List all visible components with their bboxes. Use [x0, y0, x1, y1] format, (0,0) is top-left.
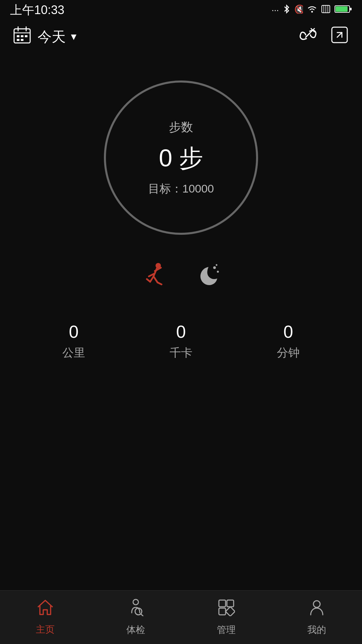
svg-text:🔇: 🔇 — [294, 4, 303, 14]
nav-manage[interactable]: 管理 — [181, 599, 272, 636]
nav-home-label: 主页 — [36, 623, 55, 636]
svg-point-34 — [133, 599, 138, 605]
svg-line-36 — [141, 614, 143, 616]
sim-icon — [321, 5, 330, 16]
today-label[interactable]: 今天 ▼ — [38, 28, 78, 46]
mine-icon — [308, 599, 325, 620]
link-icon[interactable] — [299, 26, 317, 48]
minutes-unit: 分钟 — [277, 345, 300, 361]
svg-rect-16 — [17, 39, 19, 41]
step-label: 步数 — [169, 119, 193, 136]
svg-rect-8 — [350, 8, 352, 10]
svg-rect-40 — [226, 606, 235, 616]
svg-line-28 — [158, 282, 162, 284]
step-target: 目标：10000 — [148, 181, 214, 197]
header: 今天 ▼ — [0, 20, 362, 54]
svg-rect-14 — [21, 35, 23, 37]
mute-icon: 🔇 — [294, 4, 303, 16]
bottom-nav: 主页 体检 管理 — [0, 590, 362, 644]
svg-rect-17 — [21, 39, 23, 41]
wifi-icon — [307, 5, 317, 16]
nav-mine-label: 我的 — [307, 624, 326, 636]
header-right — [299, 26, 349, 48]
svg-line-18 — [306, 33, 310, 37]
svg-point-1 — [311, 11, 313, 12]
svg-rect-15 — [25, 35, 27, 37]
share-icon[interactable] — [330, 26, 349, 48]
main-content: 步数 0 步 目标：10000 — [0, 54, 362, 374]
running-icon[interactable] — [141, 262, 168, 295]
distance-unit: 公里 — [62, 345, 85, 361]
stat-calories: 0 千卡 — [170, 322, 192, 361]
signal-icon: ··· — [272, 5, 279, 15]
manage-icon — [218, 599, 235, 620]
stats-row: 0 公里 0 千卡 0 分钟 — [0, 322, 362, 361]
step-circle: 步数 0 步 目标：10000 — [104, 80, 258, 235]
svg-line-29 — [150, 276, 154, 282]
calories-unit: 千卡 — [170, 345, 192, 361]
status-time: 上午10:33 — [10, 2, 64, 18]
svg-line-30 — [147, 279, 150, 282]
nav-mine[interactable]: 我的 — [272, 599, 362, 636]
minutes-value: 0 — [284, 322, 293, 342]
distance-value: 0 — [69, 322, 79, 342]
svg-rect-38 — [227, 600, 234, 607]
svg-rect-37 — [219, 600, 226, 607]
svg-point-31 — [213, 266, 216, 269]
svg-rect-13 — [17, 35, 19, 37]
calories-value: 0 — [176, 322, 186, 342]
svg-point-33 — [216, 264, 218, 266]
step-count: 0 步 — [159, 142, 203, 174]
stat-distance: 0 公里 — [62, 322, 85, 361]
nav-manage-label: 管理 — [217, 624, 236, 636]
svg-line-22 — [337, 33, 342, 37]
svg-point-41 — [313, 601, 320, 607]
svg-rect-39 — [219, 608, 226, 615]
bluetooth-icon — [283, 4, 290, 16]
nav-home[interactable]: 主页 — [0, 599, 90, 636]
svg-rect-7 — [336, 6, 348, 12]
nav-health-label: 体检 — [126, 624, 145, 636]
today-arrow: ▼ — [69, 32, 78, 42]
sleep-icon[interactable] — [194, 262, 221, 295]
battery-icon — [335, 5, 352, 16]
stat-minutes: 0 分钟 — [277, 322, 300, 361]
svg-point-32 — [217, 271, 219, 273]
nav-health[interactable]: 体检 — [90, 599, 181, 636]
activity-icons-row — [141, 262, 221, 295]
svg-line-27 — [154, 276, 158, 282]
home-icon — [37, 599, 54, 620]
calendar-icon[interactable] — [13, 26, 31, 48]
health-icon — [127, 599, 144, 620]
header-left[interactable]: 今天 ▼ — [13, 26, 78, 48]
status-icons: ··· 🔇 — [272, 4, 352, 16]
status-bar: 上午10:33 ··· 🔇 — [0, 0, 362, 20]
